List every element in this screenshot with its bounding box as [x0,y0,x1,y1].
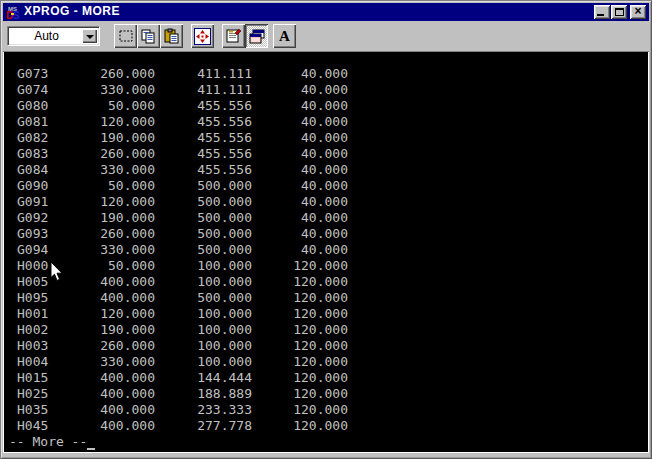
row-label: G093 [17,226,93,242]
minimize-button[interactable] [594,5,610,19]
row-value: 40.000 [252,194,348,210]
row-value: 100.000 [155,306,252,322]
row-value: 500.000 [155,194,252,210]
text-cursor [87,438,95,450]
row-value: 260.000 [93,338,155,354]
row-value: 100.000 [155,322,252,338]
row-label: H035 [17,402,93,418]
terminal-row: G073260.000411.11140.000 [9,66,648,82]
row-label: H025 [17,386,93,402]
row-value: 330.000 [93,354,155,370]
row-value: 120.000 [252,338,348,354]
row-value: 40.000 [252,162,348,178]
row-label: G084 [17,162,93,178]
row-value: 330.000 [93,162,155,178]
row-label: G073 [17,66,93,82]
row-value: 400.000 [93,402,155,418]
terminal-row: H001120.000100.000120.000 [9,306,648,322]
window-title: XPROG - MORE [24,4,120,18]
terminal-row: G09050.000500.00040.000 [9,178,648,194]
terminal-rows: G073260.000411.11140.000G074330.000411.1… [9,66,648,434]
terminal-row: H002190.000100.000120.000 [9,322,648,338]
row-value: 40.000 [252,114,348,130]
copy-button[interactable] [137,24,160,48]
row-value: 120.000 [252,290,348,306]
row-value: 120.000 [252,370,348,386]
terminal-row: H004330.000100.000120.000 [9,354,648,370]
row-value: 400.000 [93,418,155,434]
background-button[interactable] [245,24,268,48]
row-value: 100.000 [155,338,252,354]
row-value: 120.000 [252,402,348,418]
combobox-dropdown-button[interactable] [82,29,97,43]
row-value: 40.000 [252,98,348,114]
more-prompt: -- More -- [9,434,648,450]
properties-button[interactable] [222,24,245,48]
background-icon [249,29,265,44]
row-value: 260.000 [93,66,155,82]
title-bar[interactable]: MS D S XPROG - MORE × [3,3,649,21]
close-button[interactable]: × [630,5,646,19]
minimize-icon [597,14,604,16]
paste-button[interactable] [160,24,183,48]
row-value: 455.556 [155,114,252,130]
row-value: 100.000 [155,258,252,274]
terminal-row: G081120.000455.55640.000 [9,114,648,130]
maximize-button[interactable] [611,5,627,19]
row-value: 144.444 [155,370,252,386]
row-value: 500.000 [155,178,252,194]
terminal-row: H005400.000100.000120.000 [9,274,648,290]
mark-button[interactable] [114,24,137,48]
row-value: 120.000 [252,386,348,402]
row-value: 455.556 [155,98,252,114]
terminal-output[interactable]: G073260.000411.11140.000G074330.000411.1… [3,52,649,453]
row-value: 120.000 [252,418,348,434]
font-button[interactable]: A [273,24,296,48]
row-value: 40.000 [252,242,348,258]
mark-icon [119,30,133,42]
fullscreen-icon [194,28,211,45]
close-icon: × [634,6,641,16]
row-value: 233.333 [155,402,252,418]
row-value: 120.000 [252,306,348,322]
font-size-combobox[interactable]: Auto [7,26,100,46]
row-value: 120.000 [252,322,348,338]
row-value: 188.889 [155,386,252,402]
terminal-row: G074330.000411.11140.000 [9,82,648,98]
ms-dos-icon: MS D S [5,4,21,20]
row-value: 500.000 [155,242,252,258]
xprog-window: MS D S XPROG - MORE × Auto [0,0,652,459]
row-value: 40.000 [252,82,348,98]
row-label: H045 [17,418,93,434]
terminal-row: H015400.000144.444120.000 [9,370,648,386]
toolbar: Auto [3,21,649,52]
row-value: 500.000 [155,210,252,226]
row-label: G092 [17,210,93,226]
terminal-row: H045400.000277.778120.000 [9,418,648,434]
row-label: H015 [17,370,93,386]
fullscreen-button[interactable] [191,24,214,48]
row-value: 260.000 [93,226,155,242]
row-value: 400.000 [93,274,155,290]
terminal-row: G08050.000455.55640.000 [9,98,648,114]
terminal-row: H035400.000233.333120.000 [9,402,648,418]
terminal-row: G093260.000500.00040.000 [9,226,648,242]
paste-icon [164,28,179,44]
row-value: 411.111 [155,66,252,82]
row-value: 120.000 [252,354,348,370]
row-label: G090 [17,178,93,194]
copy-icon [141,29,156,44]
row-value: 50.000 [93,98,155,114]
mouse-cursor-icon [50,262,63,282]
row-value: 330.000 [93,242,155,258]
terminal-row: G091120.000500.00040.000 [9,194,648,210]
row-label: G074 [17,82,93,98]
row-label: G082 [17,130,93,146]
row-value: 100.000 [155,354,252,370]
terminal-row: H095400.000500.000120.000 [9,290,648,306]
row-value: 40.000 [252,226,348,242]
row-value: 120.000 [252,258,348,274]
row-value: 120.000 [93,194,155,210]
row-value: 455.556 [155,162,252,178]
row-label: H095 [17,290,93,306]
